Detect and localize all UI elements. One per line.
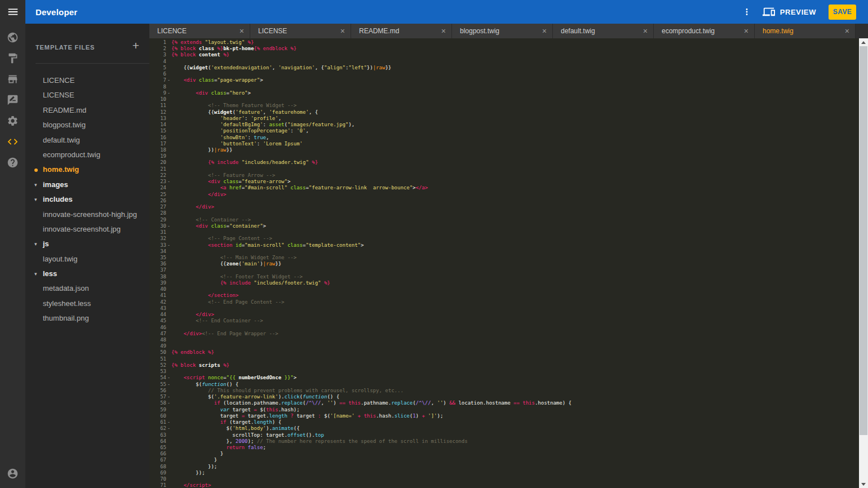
- folder-collapse-icon[interactable]: ▾: [34, 178, 37, 192]
- code-line[interactable]: 29 <!-- Container -->: [149, 217, 868, 223]
- hamburger-menu-button[interactable]: [0, 0, 25, 24]
- code-line[interactable]: 48: [149, 337, 868, 343]
- code-line[interactable]: 15 'positionTopPercentage': '0',: [149, 128, 868, 134]
- tab-readme-md[interactable]: README.md×: [351, 24, 452, 38]
- globe-icon[interactable]: [7, 32, 19, 43]
- tab-home-twig[interactable]: home.twig×: [755, 24, 856, 38]
- sidebar-item-thumbnail-png[interactable]: thumbnail.png: [25, 311, 149, 326]
- sidebar-item-less[interactable]: ▾less: [25, 267, 149, 281]
- fold-marker[interactable]: -: [166, 242, 171, 249]
- more-options-button[interactable]: [739, 0, 755, 24]
- fold-marker[interactable]: -: [166, 90, 171, 96]
- code-line[interactable]: 10: [149, 96, 868, 103]
- code-line[interactable]: 26: [149, 198, 868, 204]
- code-line[interactable]: 49: [149, 343, 868, 349]
- code-line[interactable]: 37: [149, 267, 868, 273]
- code-line[interactable]: 31: [149, 229, 868, 236]
- code-line[interactable]: 30- <div class="container">: [149, 223, 868, 229]
- code-line[interactable]: 24 <a href="#main-scroll" class="feature…: [149, 185, 868, 191]
- tab-ecomproduct-twig[interactable]: ecomproduct.twig×: [654, 24, 755, 38]
- help-icon[interactable]: [7, 157, 19, 168]
- scroll-up-button[interactable]: [859, 38, 868, 46]
- code-line[interactable]: 11 <!-- Theme Feature Widget -->: [149, 103, 868, 109]
- code-line[interactable]: 38 <!-- Footer Text Widget -->: [149, 274, 868, 280]
- code-line[interactable]: 64 }, 2000); // The number here represen…: [149, 438, 868, 445]
- code-line[interactable]: 44 </div>: [149, 312, 868, 318]
- sidebar-item-licence[interactable]: LICENCE: [25, 73, 149, 88]
- code-line[interactable]: 71 </script>: [149, 482, 868, 488]
- code-line[interactable]: 4: [149, 59, 868, 65]
- code-line[interactable]: 21: [149, 166, 868, 172]
- code-line[interactable]: 58- if (location.pathname.replace(/^\//,…: [149, 400, 868, 406]
- code-line[interactable]: 27 </div>: [149, 204, 868, 210]
- add-file-button[interactable]: +: [130, 39, 142, 52]
- code-line[interactable]: 28: [149, 210, 868, 216]
- tab-close-icon[interactable]: ×: [340, 27, 345, 35]
- sidebar-item-blogpost-twig[interactable]: blogpost.twig: [25, 118, 149, 132]
- tab-license[interactable]: LICENSE×: [250, 24, 351, 38]
- code-line[interactable]: 7- <div class="page-wrapper">: [149, 77, 868, 83]
- tab-close-icon[interactable]: ×: [240, 27, 244, 35]
- fold-marker[interactable]: -: [166, 400, 171, 406]
- code-editor[interactable]: 1{% extends "layout.twig" %}2{% block cl…: [149, 38, 868, 488]
- sidebar-item-innovate-screenshot-high-jpg[interactable]: innovate-screenshot-high.jpg: [25, 207, 149, 222]
- preview-button[interactable]: PREVIEW: [763, 6, 816, 18]
- tab-blogpost-twig[interactable]: blogpost.twig×: [452, 24, 553, 38]
- sidebar-item-default-twig[interactable]: default.twig: [25, 133, 149, 148]
- code-line[interactable]: 2{% block class %}bk-pt-home{% endblock …: [149, 46, 868, 52]
- tab-licence[interactable]: LICENCE×: [149, 24, 250, 38]
- sidebar-item-images[interactable]: ▾images: [25, 178, 149, 192]
- code-line[interactable]: 62- $('html,body').animate({: [149, 425, 868, 432]
- sidebar-item-ecomproduct-twig[interactable]: ecomproduct.twig: [25, 148, 149, 162]
- code-line[interactable]: 20 {% include "includes/header.twig" %}: [149, 159, 868, 166]
- code-line[interactable]: 3{% block content %}: [149, 52, 868, 58]
- code-line[interactable]: 35 <!-- Main Widget Zone -->: [149, 255, 868, 261]
- sidebar-item-readme-md[interactable]: README.md: [25, 103, 149, 118]
- scroll-down-button[interactable]: [859, 480, 868, 488]
- fold-marker[interactable]: -: [166, 419, 171, 425]
- folder-collapse-icon[interactable]: ▾: [34, 237, 37, 251]
- code-line[interactable]: 32 <!-- Page Content -->: [149, 236, 868, 242]
- code-line[interactable]: 70: [149, 476, 868, 482]
- gear-icon[interactable]: [7, 115, 19, 127]
- sidebar-item-includes[interactable]: ▾includes: [25, 192, 149, 207]
- folder-collapse-icon[interactable]: ▾: [34, 267, 37, 281]
- account-icon[interactable]: [7, 468, 19, 480]
- code-line[interactable]: 55- $(function() {: [149, 381, 868, 388]
- tab-close-icon[interactable]: ×: [845, 27, 849, 35]
- sidebar-item-home-twig[interactable]: home.twig: [25, 162, 149, 177]
- tab-close-icon[interactable]: ×: [643, 27, 648, 35]
- code-line[interactable]: 34: [149, 249, 868, 255]
- sidebar-item-stylesheet-less[interactable]: stylesheet.less: [25, 296, 149, 311]
- sidebar-item-js[interactable]: ▾js: [25, 237, 149, 251]
- fold-marker[interactable]: -: [166, 394, 171, 400]
- code-line[interactable]: 19: [149, 153, 868, 159]
- code-icon[interactable]: [7, 136, 19, 148]
- code-line[interactable]: 69 });: [149, 470, 868, 476]
- fold-marker[interactable]: -: [166, 179, 171, 185]
- code-line[interactable]: 40: [149, 286, 868, 292]
- code-line[interactable]: 14 'defaultBgImg': asset("images/feature…: [149, 122, 868, 128]
- code-line[interactable]: 47 </div><!-- End Page Wrapper -->: [149, 331, 868, 337]
- rate-review-icon[interactable]: [7, 94, 19, 106]
- scrollbar-track[interactable]: [859, 38, 868, 488]
- code-line[interactable]: 61- if (target.length) {: [149, 419, 868, 425]
- code-line[interactable]: 67 }: [149, 457, 868, 463]
- fold-marker[interactable]: -: [166, 381, 171, 388]
- tab-close-icon[interactable]: ×: [744, 27, 749, 35]
- code-line[interactable]: 51: [149, 356, 868, 362]
- code-line[interactable]: 63 scrollTop: target.offset().top: [149, 432, 868, 438]
- sidebar-item-innovate-screenshot-jpg[interactable]: innovate-screenshot.jpg: [25, 222, 149, 237]
- code-line[interactable]: 50{% endblock %}: [149, 349, 868, 356]
- storefront-icon[interactable]: [7, 73, 19, 85]
- fold-marker[interactable]: -: [166, 425, 171, 432]
- code-line[interactable]: 18 })|raw}}: [149, 147, 868, 153]
- code-line[interactable]: 57- $('.feature-arrow-link').click(funct…: [149, 394, 868, 400]
- tab-close-icon[interactable]: ×: [542, 27, 547, 35]
- code-line[interactable]: 22 <!-- Feature Arrow -->: [149, 172, 868, 179]
- code-line[interactable]: 45 <!-- End Container -->: [149, 318, 868, 324]
- code-line[interactable]: 8: [149, 84, 868, 90]
- code-line[interactable]: 36 {{zone('main')|raw}}: [149, 261, 868, 267]
- code-line[interactable]: 13 'header': 'profile',: [149, 116, 868, 122]
- sidebar-item-layout-twig[interactable]: layout.twig: [25, 252, 149, 267]
